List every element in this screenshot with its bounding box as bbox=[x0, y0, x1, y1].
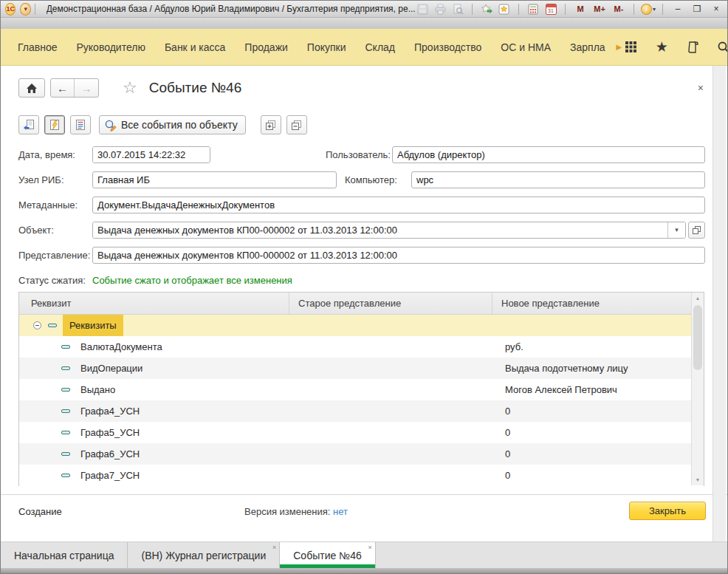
new-value: 0 bbox=[492, 470, 680, 481]
event-data-button[interactable] bbox=[44, 115, 65, 134]
menu-item-bank-i-kassa[interactable]: Банк и касса bbox=[155, 31, 235, 64]
open-object-button[interactable] bbox=[688, 222, 705, 239]
change-marker-icon bbox=[61, 431, 70, 434]
forward-button[interactable]: → bbox=[75, 79, 98, 97]
search-edit-icon bbox=[104, 119, 117, 131]
user-input[interactable] bbox=[392, 146, 705, 163]
goto-event-button[interactable] bbox=[18, 115, 39, 134]
new-value: 0 bbox=[492, 448, 680, 459]
column-old-representation[interactable]: Старое представление bbox=[289, 293, 492, 314]
menu-item-zarplata[interactable]: Зарпла bbox=[560, 31, 615, 64]
home-button[interactable] bbox=[18, 78, 45, 98]
all-sections-grid-icon[interactable] bbox=[623, 40, 638, 55]
menu-item-glavnoe[interactable]: Главное bbox=[8, 31, 67, 64]
memory-minus-button[interactable]: M- bbox=[611, 4, 627, 13]
page-header: ← → ☆ Событие №46 × bbox=[18, 78, 707, 98]
form-scroll-track[interactable] bbox=[712, 66, 726, 541]
goto-favorites-icon[interactable] bbox=[479, 2, 494, 16]
print-preview-icon[interactable] bbox=[450, 2, 465, 16]
search-icon[interactable] bbox=[716, 40, 728, 55]
close-tab-icon[interactable]: × bbox=[368, 544, 371, 551]
object-dropdown-icon[interactable]: ▾ bbox=[667, 222, 685, 238]
add-to-favorites-star-icon[interactable]: ☆ bbox=[123, 80, 137, 96]
memory-recall-button[interactable]: M bbox=[572, 4, 588, 13]
table-scrollbar[interactable]: ▲ ▼ bbox=[691, 293, 704, 485]
table-body: Реквизиты ВалютаДокумента руб. ВидОперац… bbox=[19, 315, 704, 486]
column-new-representation[interactable]: Новое представление bbox=[492, 293, 680, 314]
attribute-name: Графа6_УСН bbox=[80, 448, 140, 459]
memory-plus-button[interactable]: M+ bbox=[591, 4, 608, 13]
tab-registration-journal[interactable]: (ВН) Журнал регистрации × bbox=[128, 542, 280, 568]
app-logo-icon: 1C bbox=[5, 3, 16, 16]
table-row[interactable]: Графа6_УСН 0 bbox=[19, 443, 704, 465]
table-row[interactable]: Графа4_УСН 0 bbox=[19, 400, 704, 422]
compression-status-row: Статус сжатия: Событие сжато и отображае… bbox=[18, 271, 705, 289]
tab-home-page[interactable]: Начальная страница bbox=[1, 542, 128, 568]
representation-input[interactable] bbox=[92, 247, 705, 264]
menu-item-proizvodstvo[interactable]: Производство bbox=[405, 31, 491, 64]
rib-node-input[interactable] bbox=[92, 171, 337, 188]
date-input[interactable] bbox=[93, 147, 210, 163]
print-icon[interactable] bbox=[433, 2, 447, 16]
date-field-wrap bbox=[92, 146, 210, 163]
maximize-button[interactable]: ❒ bbox=[689, 4, 705, 14]
table-group-row[interactable]: Реквизиты bbox=[19, 315, 704, 336]
tab-event-46[interactable]: Событие №46 × bbox=[280, 542, 375, 568]
menu-item-prodazhi[interactable]: Продажи bbox=[235, 31, 297, 64]
close-form-icon[interactable]: × bbox=[695, 82, 707, 94]
system-menu-button[interactable]: ▼ bbox=[20, 3, 30, 16]
scrollbar-thumb[interactable] bbox=[693, 305, 702, 370]
expand-all-button[interactable] bbox=[261, 115, 281, 134]
object-field-wrap: ▾ bbox=[92, 222, 686, 239]
collapse-all-button[interactable] bbox=[286, 115, 307, 134]
tab-label: Событие №46 bbox=[293, 550, 361, 561]
divider bbox=[565, 4, 566, 15]
change-marker-icon bbox=[61, 474, 70, 477]
chrome-strip bbox=[1, 18, 727, 29]
calculator-icon[interactable] bbox=[526, 2, 540, 16]
close-button[interactable]: Закрыть bbox=[629, 502, 706, 520]
table-row[interactable]: Графа5_УСН 0 bbox=[19, 422, 704, 443]
column-rekvizit[interactable]: Реквизит bbox=[19, 293, 289, 314]
all-events-by-object-button[interactable]: Все события по объекту bbox=[99, 115, 246, 134]
menu-item-rukovoditelyu[interactable]: Руководителю bbox=[67, 31, 155, 64]
version-link[interactable]: нет bbox=[333, 506, 348, 517]
form-content: ← → ☆ Событие №46 × Все события по объек… bbox=[1, 66, 712, 541]
window-close-button[interactable]: × bbox=[708, 4, 724, 14]
back-button[interactable]: ← bbox=[51, 79, 75, 97]
attribute-name: ВалютаДокумента bbox=[80, 341, 162, 352]
collapse-group-icon[interactable] bbox=[33, 321, 41, 329]
menu-item-sklad[interactable]: Склад bbox=[355, 31, 405, 64]
table-row[interactable]: ВидОперации Выдача подотчетному лицу bbox=[19, 358, 704, 379]
scroll-up-icon[interactable]: ▲ bbox=[692, 293, 704, 304]
scroll-down-icon[interactable]: ▼ bbox=[692, 474, 704, 485]
info-button[interactable]: i ▾ bbox=[641, 2, 656, 16]
close-tab-icon[interactable]: × bbox=[272, 544, 276, 551]
calendar-glyph: 31 bbox=[546, 4, 557, 15]
object-label: Объект: bbox=[18, 225, 92, 236]
object-input[interactable] bbox=[93, 222, 667, 238]
computer-label: Компьютер: bbox=[345, 174, 411, 185]
user-label: Пользователь: bbox=[326, 149, 392, 160]
computer-input[interactable] bbox=[411, 171, 705, 188]
menu-item-os-i-nma[interactable]: ОС и НМА bbox=[491, 31, 560, 64]
new-value: 0 bbox=[492, 427, 680, 438]
favorites-star-icon[interactable]: ★ bbox=[654, 40, 669, 55]
event-text-button[interactable] bbox=[70, 115, 91, 134]
menu-item-pokupki[interactable]: Покупки bbox=[298, 31, 356, 64]
metadata-input[interactable] bbox=[92, 197, 705, 213]
save-icon[interactable] bbox=[415, 2, 430, 16]
date-row: Дата, время: Пользователь: bbox=[18, 146, 705, 163]
history-icon[interactable] bbox=[685, 40, 700, 55]
change-marker-icon bbox=[61, 366, 70, 370]
add-favorite-icon[interactable] bbox=[497, 2, 512, 16]
group-label: Реквизиты bbox=[63, 315, 123, 336]
table-row[interactable]: ВалютаДокумента руб. bbox=[19, 336, 704, 358]
menu-overflow-arrow-icon[interactable]: ▶ bbox=[615, 43, 624, 51]
square-front bbox=[693, 228, 698, 234]
footer-divider bbox=[1, 494, 727, 495]
table-row[interactable]: Графа7_УСН 0 bbox=[19, 465, 704, 486]
minimize-button[interactable]: – bbox=[670, 4, 686, 14]
calendar-icon[interactable]: 31 bbox=[543, 2, 558, 16]
table-row[interactable]: Выдано Могов Алексей Петрович bbox=[19, 379, 704, 400]
